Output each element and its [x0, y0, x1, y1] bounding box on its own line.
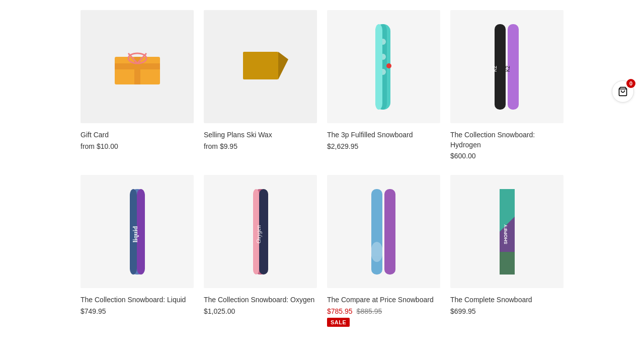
product-original-price-compare-price: $885.95	[357, 307, 382, 315]
product-image-wrapper-collection-liquid: liquid	[80, 175, 194, 288]
product-image-wrapper-3p-fulfilled	[327, 10, 440, 123]
product-price-container-collection-oxygen: $1,025.00	[204, 307, 317, 315]
svg-text:Oxygen: Oxygen	[255, 225, 262, 243]
product-price-container-ski-wax: from $9.95	[204, 142, 317, 150]
svg-text:K2: K2	[492, 65, 498, 72]
product-price-container-3p-fulfilled: $2,629.95	[327, 142, 440, 150]
cart-button[interactable]: 0	[612, 80, 634, 103]
product-price-container-collection-liquid: $749.95	[80, 307, 194, 315]
product-title-collection-liquid: The Collection Snowboard: Liquid	[80, 295, 194, 305]
product-image-wrapper-compare-price	[327, 175, 440, 288]
product-card-complete[interactable]: SHOPIFY The Complete Snowboard$699.95	[450, 175, 564, 327]
product-card-collection-hydrogen[interactable]: K2 K2 The Collection Snowboard: Hydrogen…	[450, 10, 564, 160]
product-price-collection-oxygen: $1,025.00	[204, 307, 317, 315]
page-wrapper: 0 Gift Cardfrom $10.00 Selling Plans Ski…	[0, 0, 644, 362]
cart-icon	[618, 86, 628, 97]
svg-marker-34	[500, 252, 515, 275]
product-title-gift-card: Gift Card	[80, 130, 194, 140]
product-price-container-collection-hydrogen: $600.00	[450, 152, 564, 160]
product-image-wrapper-collection-oxygen: Oxygen	[204, 175, 317, 288]
sale-badge-compare-price: SALE	[327, 318, 350, 327]
product-image-wrapper-complete: SHOPIFY	[450, 175, 564, 288]
product-card-ski-wax[interactable]: Selling Plans Ski Waxfrom $9.95	[204, 10, 317, 160]
product-price-container-gift-card: from $10.00	[80, 142, 194, 150]
product-title-ski-wax: Selling Plans Ski Wax	[204, 130, 317, 140]
svg-rect-7	[243, 52, 278, 79]
product-title-complete: The Complete Snowboard	[450, 295, 564, 305]
product-price-collection-hydrogen: $600.00	[450, 152, 564, 160]
cart-icon-wrapper: 0	[612, 80, 634, 103]
product-title-compare-price: The Compare at Price Snowboard	[327, 295, 440, 305]
product-price-container-compare-price: $785.95$885.95SALE	[327, 307, 440, 327]
products-grid: Gift Cardfrom $10.00 Selling Plans Ski W…	[80, 10, 564, 327]
product-sale-price-compare-price: $785.95	[327, 307, 353, 315]
product-card-compare-price[interactable]: The Compare at Price Snowboard$785.95$88…	[327, 175, 440, 327]
svg-text:SHOPIFY: SHOPIFY	[503, 224, 508, 244]
product-card-collection-oxygen[interactable]: Oxygen The Collection Snowboard: Oxygen$…	[204, 175, 317, 327]
product-title-collection-oxygen: The Collection Snowboard: Oxygen	[204, 295, 317, 305]
product-image-wrapper-collection-hydrogen: K2 K2	[450, 10, 564, 123]
product-price-3p-fulfilled: $2,629.95	[327, 142, 440, 150]
svg-point-14	[386, 63, 391, 68]
product-card-collection-liquid[interactable]: liquid The Collection Snowboard: Liquid$…	[80, 175, 194, 327]
svg-text:liquid: liquid	[131, 226, 139, 242]
svg-rect-15	[375, 24, 382, 110]
product-card-3p-fulfilled[interactable]: The 3p Fulfilled Snowboard$2,629.95	[327, 10, 440, 160]
product-price-ski-wax: from $9.95	[204, 142, 317, 150]
product-price-complete: $699.95	[450, 307, 564, 315]
svg-marker-8	[278, 52, 288, 79]
product-price-gift-card: from $10.00	[80, 142, 194, 150]
svg-rect-29	[384, 189, 395, 275]
product-title-3p-fulfilled: The 3p Fulfilled Snowboard	[327, 130, 440, 140]
product-price-collection-liquid: $749.95	[80, 307, 194, 315]
svg-text:K2: K2	[505, 65, 511, 72]
product-image-wrapper-gift-card	[80, 10, 194, 123]
product-title-collection-hydrogen: The Collection Snowboard: Hydrogen	[450, 130, 564, 150]
pagination: ← Page 1 of 2 →	[80, 352, 564, 362]
product-price-container-complete: $699.95	[450, 307, 564, 315]
product-image-wrapper-ski-wax	[204, 10, 317, 123]
cart-badge: 0	[626, 79, 635, 88]
svg-point-30	[371, 242, 383, 262]
product-card-gift-card[interactable]: Gift Cardfrom $10.00	[80, 10, 194, 160]
